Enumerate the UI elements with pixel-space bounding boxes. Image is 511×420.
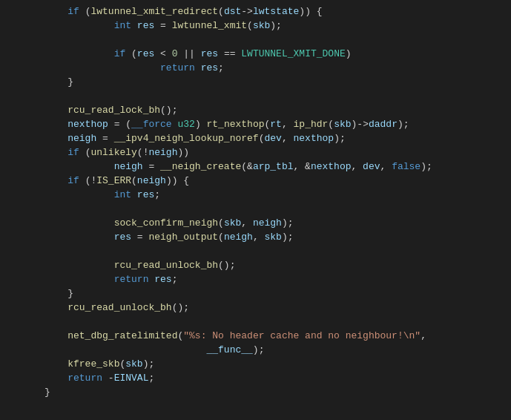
token-var: res <box>201 62 218 73</box>
token-var: dev <box>363 161 380 172</box>
token-fn: unlikely <box>90 147 136 158</box>
token-plain: , <box>380 161 392 172</box>
code-line: return -EINVAL; <box>0 371 511 385</box>
token-var: EINVAL <box>114 373 149 384</box>
token-plain: ( <box>247 20 253 31</box>
code-line: rcu_read_unlock_bh(); <box>0 301 511 315</box>
token-var: nexthop <box>311 161 352 172</box>
token-var: neigh <box>137 175 166 186</box>
token-fn: lwtunnel_xmit <box>172 20 247 31</box>
token-plain: = ( <box>108 119 131 130</box>
token-plain: ); <box>421 161 432 172</box>
token-plain: = <box>96 133 113 144</box>
token-var: res <box>137 20 154 31</box>
token-fn: ip_hdr <box>294 119 329 130</box>
token-fn: kfree_skb <box>67 358 119 370</box>
token-var: skb <box>224 217 241 229</box>
token-plain: ); <box>143 358 155 370</box>
token-plain: ( <box>79 6 91 17</box>
token-kw: if <box>67 147 79 158</box>
token-plain: ( <box>328 119 334 130</box>
token-var: res <box>137 48 154 59</box>
token-var: neigh <box>148 147 177 158</box>
code-line: if (lwtunnel_xmit_redirect(dst->lwtstate… <box>0 4 511 19</box>
token-plain: (); <box>160 105 177 116</box>
token-plain: ); <box>282 217 294 229</box>
token-plain: )-> <box>352 119 369 130</box>
token-plain: ) <box>346 48 352 59</box>
token-kw: int <box>114 189 131 200</box>
code-line: __func__); <box>0 343 511 357</box>
token-kw: if <box>114 48 126 59</box>
token-fn: __neigh_create <box>160 161 241 172</box>
token-kw: if <box>67 6 79 17</box>
token-fn: sock_confirm_neigh <box>114 217 218 229</box>
token-var: neigh <box>253 217 282 229</box>
token-var: res <box>137 189 154 200</box>
token-kw: return <box>160 62 195 73</box>
token-plain: - <box>102 373 114 384</box>
token-plain: , <box>282 119 294 130</box>
code-line: if (!IS_ERR(neigh)) { <box>0 174 511 188</box>
token-plain: } <box>67 76 73 88</box>
token-plain: ( <box>131 175 137 186</box>
code-line <box>0 315 511 329</box>
token-plain: ; <box>218 62 224 73</box>
token-fn: rt_nexthop <box>206 119 264 130</box>
token-plain: , & <box>293 161 310 172</box>
token-plain: )) <box>177 147 189 158</box>
token-str: "%s: No header cache and no neighbour!\n… <box>183 330 421 341</box>
code-line: res = neigh_output(neigh, skb); <box>0 230 511 244</box>
token-kw: __force <box>131 119 172 130</box>
token-plain: ); <box>282 232 294 243</box>
token-plain: , <box>253 232 265 243</box>
token-fn: rcu_read_unlock_bh <box>67 302 171 313</box>
token-var: neigh <box>224 232 253 243</box>
token-plain <box>131 20 137 31</box>
token-plain: )) { <box>166 175 189 186</box>
code-line <box>0 33 511 47</box>
token-plain: } <box>44 387 50 398</box>
token-plain: ); <box>334 133 346 144</box>
token-plain: -> <box>241 6 253 17</box>
token-plain: ( <box>79 147 91 158</box>
token-plain: )) { <box>299 6 322 17</box>
token-var: skb <box>265 232 282 243</box>
code-line: if (unlikely(!neigh)) <box>0 145 511 160</box>
token-kw: if <box>67 175 79 186</box>
code-line: neigh = __ipv4_neigh_lookup_noref(dev, n… <box>0 131 511 145</box>
token-plain: } <box>67 288 73 299</box>
token-var: neigh <box>67 133 96 144</box>
token-plain: , <box>241 217 253 229</box>
token-var: neigh <box>114 161 143 172</box>
code-line: rcu_read_unlock_bh(); <box>0 258 511 272</box>
token-plain: ( <box>218 6 224 17</box>
token-mac: LWTUNNEL_XMIT_DONE <box>241 48 345 59</box>
token-kw: return <box>114 274 149 285</box>
token-type: u32 <box>177 119 194 130</box>
token-plain: , <box>352 161 363 172</box>
code-line <box>0 89 511 103</box>
token-plain: ; <box>148 373 154 384</box>
token-plain: ); <box>253 344 265 355</box>
code-line: int res = lwtunnel_xmit(skb); <box>0 19 511 33</box>
token-plain: = <box>154 20 171 31</box>
token-fn: lwtunnel_xmit_redirect <box>90 6 218 17</box>
code-line: } <box>0 385 511 399</box>
token-plain: == <box>218 48 241 59</box>
token-plain: = <box>143 161 160 172</box>
token-var: __func__ <box>206 344 252 355</box>
token-plain: ); <box>270 20 282 31</box>
token-plain: = <box>131 232 148 243</box>
token-plain: (! <box>79 175 96 186</box>
token-plain: (! <box>137 147 149 158</box>
token-var: nexthop <box>294 133 334 144</box>
token-plain: ) <box>195 119 207 130</box>
token-plain: ( <box>125 48 137 59</box>
token-fn: rcu_read_unlock_bh <box>114 260 218 271</box>
token-var: nexthop <box>67 119 108 130</box>
code-line: sock_confirm_neigh(skb, neigh); <box>0 216 511 230</box>
token-plain <box>195 62 201 73</box>
token-plain: ( <box>259 133 265 144</box>
token-fn: neigh_output <box>148 232 218 243</box>
